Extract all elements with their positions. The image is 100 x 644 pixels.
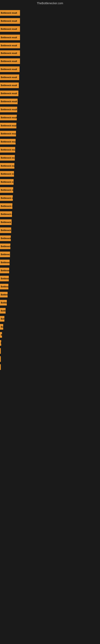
bar-label: Bottleneck result <box>1 334 2 336</box>
bar-label: Bottleneck result <box>1 262 10 264</box>
bar-item: Bottleneck result <box>0 66 20 72</box>
bar-item: Bottleneck result <box>0 18 20 24</box>
bar-item: Bottleneck result <box>0 147 15 152</box>
bar-label: Bottleneck result <box>1 294 8 296</box>
bar-item: Bottleneck result <box>0 131 16 136</box>
bar-item: Bottleneck result <box>0 244 10 249</box>
bar-item: Bottleneck result <box>0 203 12 209</box>
bar-label: Bottleneck result <box>1 326 3 328</box>
bar-item: Bottleneck result <box>0 139 16 144</box>
bar-item: Bottleneck result <box>0 260 10 265</box>
bar-item: Bottleneck result <box>0 219 12 225</box>
bar-label: Bottleneck result <box>1 165 14 167</box>
bar-item: Bottleneck result <box>0 123 16 128</box>
bar-item: Bottleneck result <box>0 252 10 257</box>
bar-label: Bottleneck result <box>1 60 17 62</box>
bar-item: Bottleneck result <box>0 284 8 290</box>
bar-label: Bottleneck result <box>1 270 9 272</box>
bar-item: Bottleneck result <box>0 50 20 56</box>
bar-label: Bottleneck result <box>1 36 17 39</box>
bar-label: Bottleneck result <box>1 302 7 304</box>
bar-label: Bottleneck result <box>1 52 17 54</box>
bar-item: Bottleneck result <box>0 163 14 169</box>
bar-label: Bottleneck result <box>1 124 16 127</box>
bar-item: Bottleneck result <box>0 356 1 362</box>
bar-label: Bottleneck result <box>1 12 17 14</box>
bar-label: Bottleneck result <box>1 221 12 224</box>
bar-label: Bottleneck result <box>1 229 11 232</box>
bar-item: Bottleneck result <box>0 324 3 330</box>
bar-label: Bottleneck result <box>1 76 17 78</box>
bar-label: Bottleneck result <box>1 253 10 256</box>
site-title: TheBottlenecker.com <box>0 0 100 6</box>
bar-label: Bottleneck result <box>1 181 14 183</box>
bar-item: Bottleneck result <box>0 43 20 48</box>
bar-item: Bottleneck result <box>0 364 1 370</box>
bar-item: Bottleneck result <box>0 10 20 16</box>
bar-label: Bottleneck result <box>1 44 17 47</box>
bar-item: Bottleneck result <box>0 316 4 322</box>
bar-label: Bottleneck result <box>1 157 15 159</box>
bar-item: Bottleneck result <box>0 171 14 177</box>
bar-label: Bottleneck result <box>1 205 12 207</box>
bar-label: Bottleneck result <box>1 245 10 248</box>
bar-item: Bottleneck result <box>0 82 19 88</box>
bar-label: Bottleneck result <box>1 189 13 191</box>
bar-item: Bottleneck result <box>0 228 11 233</box>
bar-label: Bottleneck result <box>1 100 17 103</box>
bar-item: Bottleneck result <box>0 74 19 80</box>
bar-item: Bottleneck result <box>0 308 6 314</box>
bar-label: Bottleneck result <box>1 68 17 70</box>
bar-label: Bottleneck result <box>1 149 15 151</box>
bar-label: Bottleneck result <box>1 28 17 30</box>
bar-item: Bottleneck result <box>0 26 20 32</box>
bar-label: Bottleneck result <box>1 197 13 199</box>
bar-item: Bottleneck result <box>0 115 17 120</box>
chart-area: Bottleneck resultBottleneck resultBottle… <box>0 6 100 640</box>
bar-item: Bottleneck result <box>0 155 15 160</box>
bar-label: Bottleneck result <box>1 20 17 22</box>
bar-item: Bottleneck result <box>0 276 9 281</box>
bar-item: Bottleneck result <box>0 90 18 96</box>
bar-item: Bottleneck result <box>0 300 7 306</box>
bar-item: Bottleneck result <box>0 348 1 354</box>
bar-item: Bottleneck result <box>0 268 9 273</box>
bar-label: Bottleneck result <box>1 173 14 175</box>
bar-label: Bottleneck result <box>1 132 16 135</box>
bar-item: Bottleneck result <box>0 34 20 40</box>
bar-label: Bottleneck result <box>1 213 12 215</box>
bar-item: Bottleneck result <box>0 98 18 104</box>
bar-label: Bottleneck result <box>1 342 1 344</box>
bar-item: Bottleneck result <box>0 292 8 298</box>
bar-label: Bottleneck result <box>1 84 17 86</box>
bar-item: Bottleneck result <box>0 332 2 338</box>
bar-label: Bottleneck result <box>1 318 4 320</box>
bar-label: Bottleneck result <box>1 116 17 119</box>
bar-label: Bottleneck result <box>1 92 17 94</box>
bar-label: Bottleneck result <box>1 310 6 312</box>
bar-item: Bottleneck result <box>0 107 17 112</box>
bar-label: Bottleneck result <box>1 237 11 240</box>
bar-item: Bottleneck result <box>0 236 11 241</box>
bar-item: Bottleneck result <box>0 340 1 346</box>
bar-label: Bottleneck result <box>1 141 16 143</box>
bar-label: Bottleneck result <box>1 108 17 111</box>
bar-item: Bottleneck result <box>0 187 13 193</box>
bar-item: Bottleneck result <box>0 195 13 201</box>
bar-label: Bottleneck result <box>1 286 8 288</box>
bar-item: Bottleneck result <box>0 211 12 217</box>
bar-item: Bottleneck result <box>0 58 20 64</box>
bar-item: Bottleneck result <box>0 179 14 185</box>
bar-label: Bottleneck result <box>1 278 9 280</box>
